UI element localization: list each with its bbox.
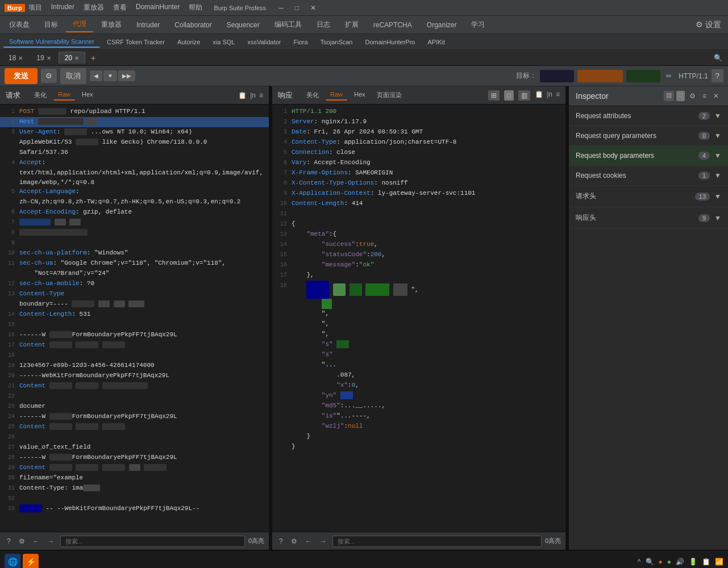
nav-repeater[interactable]: 重放器 [94,18,128,32]
ext-autorize[interactable]: Autorize [172,37,206,47]
inspector-view-icon1[interactable]: ▥ [664,91,674,101]
req-back-icon[interactable]: ← [31,536,42,546]
resp-view-split[interactable]: ⊞ [488,90,500,101]
settings-icon[interactable]: ⚙ 设置 [691,20,726,30]
ext-xssvalidator[interactable]: xssValidator [242,37,286,47]
req-tab-hex[interactable]: Hex [77,90,98,101]
tab-search-icon[interactable]: 🔍 [710,52,726,64]
response-search-input[interactable] [332,536,542,547]
next2-button[interactable]: ▶▶ [118,70,135,81]
req-line-13: 13 Content-Type [0,289,269,299]
tray-chevron[interactable]: ^ [638,558,641,566]
req-forward-icon[interactable]: → [45,536,57,546]
tray-red[interactable]: ● [659,558,663,566]
resp-tab-raw[interactable]: Raw [326,90,347,101]
inspector-view-icon2[interactable]: □ [676,91,685,101]
settings-button[interactable]: ⚙ [41,69,57,83]
inspector-row-body-params[interactable]: Request body parameters 4 ▼ [569,146,728,166]
nav-dashboard[interactable]: 仪表盘 [2,18,36,32]
resp-forward-icon[interactable]: → [318,536,329,546]
inspector-req-attrs-arrow: ▼ [714,112,721,120]
nav-bar: 仪表盘 目标 代理 重放器 Intruder Collaborator Sequ… [0,16,728,34]
nav-log[interactable]: 日志 [310,18,337,32]
resp-help-icon[interactable]: ? [277,536,285,546]
resp-gear-icon[interactable]: ⚙ [289,536,299,546]
menu-domainhunter[interactable]: DomainHunter [136,3,180,12]
ext-csrf[interactable]: CSRF Token Tracker [101,37,170,47]
req-help-icon[interactable]: ? [5,536,13,546]
ext-scanner[interactable]: Software Vulnerability Scanner [3,36,100,48]
nav-organizer[interactable]: Organizer [420,19,464,31]
tray-green[interactable]: ● [667,558,671,566]
taskbar-burp[interactable]: ⚡ [23,554,39,569]
inspector-row-resp-headers[interactable]: 响应头 9 ▼ [569,207,728,229]
inspector-close-icon[interactable]: ✕ [711,91,721,101]
resp-tab-beautify[interactable]: 美化 [302,90,323,101]
menu-view[interactable]: 查看 [113,3,127,12]
pencil-icon[interactable]: ✏ [666,72,672,80]
req-tab-beautify[interactable]: 美化 [30,90,51,101]
inspector-menu-icon[interactable]: ≡ [700,91,709,101]
prev-button[interactable]: ◀ [90,70,102,81]
cancel-button[interactable]: 取消 [60,68,86,84]
nav-learn[interactable]: 学习 [464,18,492,32]
add-tab-button[interactable]: + [86,52,100,64]
help-button[interactable]: ? [712,69,723,82]
resp-line-1: 1 HTTP/1.1 200 [272,107,565,117]
resp-tab-hex[interactable]: Hex [350,90,370,101]
send-button[interactable]: 发送 [5,68,38,84]
menu-intruder[interactable]: Intruder [51,3,74,12]
nav-intruder[interactable]: Intruder [130,19,167,31]
tray-search[interactable]: 🔍 [646,558,654,566]
resp-back-icon[interactable]: ← [303,536,314,546]
req-menu-icon[interactable]: ≡ [259,91,263,99]
tray-battery[interactable]: 🔋 [689,558,697,566]
tab-18[interactable]: 18 ✕ [2,52,29,64]
tab-19-close[interactable]: ✕ [47,55,51,61]
nav-sequencer[interactable]: Sequencer [220,19,267,31]
inspector-row-req-headers[interactable]: 请求头 13 ▼ [569,186,728,207]
tab-20-close[interactable]: ✕ [74,55,79,61]
request-search-input[interactable] [60,536,245,547]
tab-20[interactable]: 20 ✕ [59,52,85,64]
nav-extensions[interactable]: 扩展 [338,18,365,32]
resp-tab-render[interactable]: 页面渲染 [372,90,406,101]
request-view-tabs: 美化 Raw Hex [30,90,98,101]
resp-view-alt[interactable]: ▥ [518,90,530,101]
tray-clipboard[interactable]: 📋 [702,558,710,566]
tab-18-close[interactable]: ✕ [18,55,23,61]
resp-menu-icon[interactable]: ≡ [556,90,560,101]
ext-tsojanscan[interactable]: TsojanScan [315,37,359,47]
maximize-button[interactable]: □ [292,3,302,13]
resp-copy-icon[interactable]: 📋 [535,90,543,101]
inspector-row-cookies[interactable]: Request cookies 1 ▼ [569,166,728,186]
inspector-row-query-params[interactable]: Request query parameters 0 ▼ [569,126,728,146]
close-button[interactable]: ✕ [307,3,319,13]
nav-proxy[interactable]: 代理 [66,17,93,32]
req-gear-icon[interactable]: ⚙ [16,536,27,546]
nav-encoder[interactable]: 编码工具 [268,18,309,32]
taskbar-globe[interactable]: 🌐 [5,554,20,569]
next-button[interactable]: ▼ [103,70,117,81]
menu-repeater[interactable]: 重放器 [84,3,104,12]
req-ln-icon[interactable]: |n [250,91,256,99]
menu-help[interactable]: 帮助 [189,3,202,12]
ext-domainhunterpro[interactable]: DomainHunterPro [359,37,421,47]
resp-view-single[interactable]: □ [504,90,514,101]
req-tab-raw[interactable]: Raw [53,90,75,101]
nav-target[interactable]: 目标 [38,18,65,32]
nav-recaptcha[interactable]: reCAPTCHA [367,19,419,31]
menu-project[interactable]: 项目 [28,3,42,12]
inspector-row-req-attrs[interactable]: Request attributes 2 ▼ [569,106,728,126]
tray-network[interactable]: 📶 [715,558,723,566]
nav-collaborator[interactable]: Collaborator [168,19,218,31]
req-copy-icon[interactable]: 📋 [238,91,247,99]
ext-xiasql[interactable]: xia SQL [207,37,240,47]
inspector-settings-icon[interactable]: ⚙ [687,91,698,101]
tab-19[interactable]: 19 ✕ [30,52,57,64]
ext-apikit[interactable]: APIKit [422,37,451,47]
resp-ln-icon[interactable]: |n [547,90,552,101]
ext-fiora[interactable]: Fiora [288,37,314,47]
minimize-button[interactable]: ─ [275,3,287,13]
tray-speaker[interactable]: 🔊 [676,558,684,566]
